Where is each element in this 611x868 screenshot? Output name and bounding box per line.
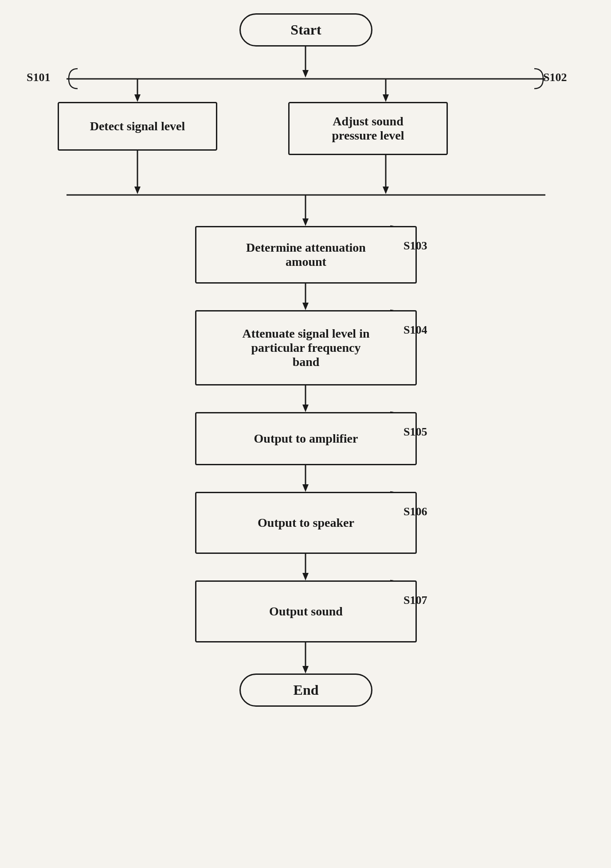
- start-node: Start: [239, 13, 372, 47]
- svg-marker-13: [302, 218, 309, 226]
- s103-label: S103: [403, 239, 427, 253]
- flowchart: Start S101 S102 Detect signal level Adju…: [0, 0, 611, 868]
- s107-label: S107: [403, 594, 427, 607]
- s104-label: S104: [403, 323, 427, 337]
- svg-marker-6: [383, 94, 389, 102]
- svg-marker-1: [302, 70, 309, 78]
- adjust-sound-label: Adjust sound pressure level: [332, 114, 404, 143]
- attenuate-signal-node: Attenuate signal level in particular fre…: [195, 310, 417, 385]
- svg-marker-23: [302, 666, 309, 673]
- svg-marker-15: [302, 303, 309, 310]
- output-sound-node: Output sound: [195, 580, 417, 642]
- s102-label: S102: [543, 71, 567, 84]
- svg-marker-19: [302, 484, 309, 492]
- s105-label: S105: [403, 425, 427, 439]
- end-node: End: [239, 673, 372, 707]
- svg-marker-17: [302, 405, 309, 412]
- adjust-sound-node: Adjust sound pressure level: [288, 102, 448, 155]
- determine-atten-label: Determine attenuation amount: [246, 241, 366, 269]
- s101-label: S101: [27, 71, 50, 84]
- svg-marker-4: [134, 94, 141, 102]
- svg-marker-21: [302, 573, 309, 580]
- svg-marker-10: [383, 187, 389, 194]
- detect-signal-node: Detect signal level: [58, 102, 217, 151]
- output-speaker-node: Output to speaker: [195, 492, 417, 554]
- s106-label: S106: [403, 505, 427, 518]
- svg-marker-8: [134, 187, 141, 194]
- determine-atten-node: Determine attenuation amount: [195, 226, 417, 284]
- output-amplifier-node: Output to amplifier: [195, 412, 417, 465]
- attenuate-signal-label: Attenuate signal level in particular fre…: [243, 327, 370, 369]
